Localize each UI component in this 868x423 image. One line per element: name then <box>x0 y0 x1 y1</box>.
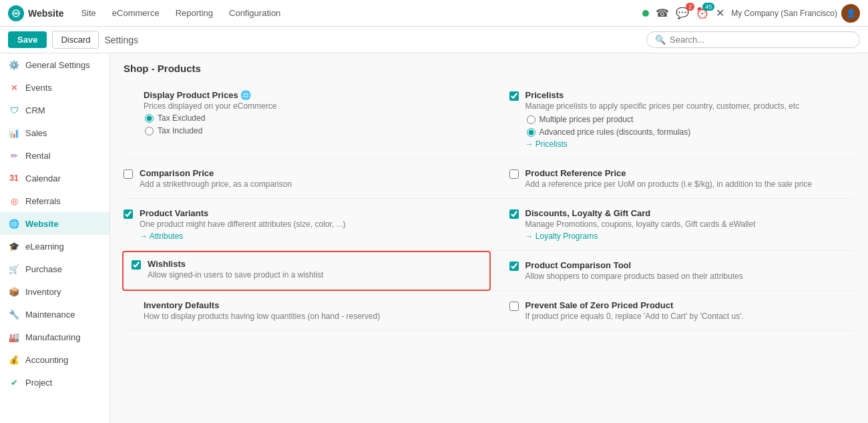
user-info[interactable]: My Company (San Francisco) 👤 <box>731 4 860 23</box>
sidebar-item-maintenance[interactable]: 🔧 Maintenance <box>0 303 110 326</box>
sidebar-item-elearning[interactable]: 🎓 eLearning <box>0 235 110 258</box>
manufacturing-icon: 🏭 <box>8 331 20 343</box>
sidebar-label: Project <box>25 378 52 388</box>
sidebar-label: Manufacturing <box>25 332 80 342</box>
setting-desc: Prices displayed on your eCommerce <box>144 101 276 111</box>
pricelists-checkbox[interactable] <box>509 91 519 101</box>
app-body: ⚙️ General Settings ✕ Events 🛡 CRM 📊 Sal… <box>0 53 868 423</box>
toolbar: Save Discard Settings 🔍 <box>0 27 868 53</box>
project-icon: ✔ <box>8 376 20 388</box>
prevent-zero-price-checkbox[interactable] <box>509 302 519 311</box>
radio-tax-included-input[interactable] <box>145 127 154 135</box>
sidebar-item-rental[interactable]: ✏ Rental <box>0 144 110 167</box>
toolbar-title: Settings <box>104 35 138 45</box>
accounting-icon: 💰 <box>8 354 20 366</box>
loyalty-programs-link[interactable]: → Loyalty Programs <box>525 232 598 241</box>
chat-badge: 2 <box>686 3 694 11</box>
setting-discounts-loyalty: Discounts, Loyalty & Gift Card Manage Pr… <box>489 199 855 251</box>
radio-tax-excluded-input[interactable] <box>145 114 154 123</box>
save-button[interactable]: Save <box>8 31 47 48</box>
setting-desc: One product might have different attribu… <box>140 220 346 229</box>
maintenance-icon: 🔧 <box>8 308 20 320</box>
sidebar-label: Rental <box>25 151 51 161</box>
setting-title: Wishlists <box>148 259 323 269</box>
discounts-loyalty-checkbox[interactable] <box>509 209 519 219</box>
discard-button[interactable]: Discard <box>52 31 99 49</box>
attributes-link[interactable]: → Attributes <box>140 232 183 241</box>
radio-advanced-price-input[interactable] <box>527 128 535 137</box>
nav-right-section: ☎ 💬 2 ⏰ 45 ✕ My Company (San Francisco) … <box>642 4 860 23</box>
sidebar-item-sales[interactable]: 📊 Sales <box>0 121 110 144</box>
radio-tax-excluded[interactable]: Tax Excluded <box>145 113 276 123</box>
activity-badge: 45 <box>702 3 714 11</box>
setting-inventory-defaults: Inventory Defaults How to display produc… <box>124 291 489 331</box>
radio-advanced-price[interactable]: Advanced price rules (discounts, formula… <box>527 127 800 137</box>
sidebar-item-calendar[interactable]: 31 Calendar <box>0 167 110 189</box>
settings-grid: Display Product Prices 🌐 Prices displaye… <box>110 81 868 331</box>
setting-title: Discounts, Loyalty & Gift Card <box>525 208 756 218</box>
setting-pricelists: Pricelists Manage pricelists to apply sp… <box>489 81 855 159</box>
wishlists-checkbox[interactable] <box>132 260 141 270</box>
user-company-label: My Company (San Francisco) <box>731 9 837 18</box>
sidebar-item-website[interactable]: 🌐 Website <box>0 212 110 235</box>
sidebar-label: Events <box>25 83 52 93</box>
sidebar-label: Website <box>25 219 59 229</box>
sidebar-label: CRM <box>25 105 45 115</box>
setting-prevent-zero-price: Prevent Sale of Zero Priced Product If p… <box>489 291 855 331</box>
setting-title: Product Reference Price <box>525 168 813 178</box>
purchase-icon: 🛒 <box>8 263 20 275</box>
setting-desc: Manage pricelists to apply specific pric… <box>525 101 800 111</box>
status-indicator <box>642 10 649 17</box>
sidebar-label: Referrals <box>25 196 61 206</box>
sidebar: ⚙️ General Settings ✕ Events 🛡 CRM 📊 Sal… <box>0 53 110 423</box>
crm-icon: 🛡 <box>8 104 20 116</box>
setting-desc: How to display products having low quant… <box>144 312 380 321</box>
search-input[interactable] <box>670 35 851 45</box>
pricelists-link[interactable]: → Pricelists <box>525 139 568 149</box>
setting-title: Display Product Prices 🌐 <box>144 90 276 100</box>
product-variants-checkbox[interactable] <box>124 209 133 219</box>
radio-multiple-prices-input[interactable] <box>527 115 535 124</box>
nav-links: Site eCommerce Reporting Configuration <box>74 5 287 21</box>
sidebar-label: General Settings <box>25 60 90 70</box>
sidebar-item-crm[interactable]: 🛡 CRM <box>0 99 110 121</box>
sidebar-item-events[interactable]: ✕ Events <box>0 76 110 99</box>
sidebar-item-accounting[interactable]: 💰 Accounting <box>0 348 110 371</box>
sidebar-item-purchase[interactable]: 🛒 Purchase <box>0 258 110 280</box>
calendar-icon: 31 <box>8 172 20 184</box>
user-avatar: 👤 <box>841 4 860 23</box>
logo-icon <box>8 5 24 21</box>
nav-reporting[interactable]: Reporting <box>169 5 220 21</box>
comparison-price-checkbox[interactable] <box>124 169 133 179</box>
sidebar-item-referrals[interactable]: ◎ Referrals <box>0 189 110 212</box>
nav-ecommerce[interactable]: eCommerce <box>105 5 166 21</box>
radio-multiple-prices[interactable]: Multiple prices per product <box>527 115 800 124</box>
phone-icon-btn[interactable]: ☎ <box>656 7 669 19</box>
elearning-icon: 🎓 <box>8 240 20 252</box>
setting-desc: Allow shoppers to compare products based… <box>525 272 743 281</box>
main-content: Shop - Products Display Product Prices 🌐… <box>110 53 868 423</box>
radio-group-tax: Tax Excluded Tax Included <box>144 113 276 135</box>
top-nav: Website Site eCommerce Reporting Configu… <box>0 0 868 27</box>
sidebar-item-manufacturing[interactable]: 🏭 Manufacturing <box>0 326 110 348</box>
radio-group-pricelists: Multiple prices per product Advanced pri… <box>525 115 800 137</box>
setting-title: Comparison Price <box>140 168 292 178</box>
app-logo[interactable]: Website <box>8 5 63 21</box>
setting-comparison-price: Comparison Price Add a strikethrough pri… <box>124 159 489 199</box>
chat-icon-btn[interactable]: 💬 2 <box>676 7 689 19</box>
sidebar-item-general-settings[interactable]: ⚙️ General Settings <box>0 53 110 76</box>
setting-wishlists: Wishlists Allow signed-in users to save … <box>122 251 491 291</box>
setting-desc: If product price equals 0, replace 'Add … <box>525 312 744 321</box>
activity-icon-btn[interactable]: ⏰ 45 <box>696 7 709 19</box>
nav-site[interactable]: Site <box>74 5 102 21</box>
product-comparison-tool-checkbox[interactable] <box>509 262 519 271</box>
logo-text: Website <box>28 8 63 19</box>
website-icon: 🌐 <box>8 218 20 230</box>
sidebar-item-inventory[interactable]: 📦 Inventory <box>0 280 110 303</box>
product-reference-price-checkbox[interactable] <box>509 169 519 179</box>
nav-configuration[interactable]: Configuration <box>222 5 287 21</box>
sidebar-label: Accounting <box>25 355 68 365</box>
close-icon-btn[interactable]: ✕ <box>716 7 724 19</box>
sidebar-item-project[interactable]: ✔ Project <box>0 371 110 394</box>
radio-tax-included[interactable]: Tax Included <box>145 126 276 135</box>
